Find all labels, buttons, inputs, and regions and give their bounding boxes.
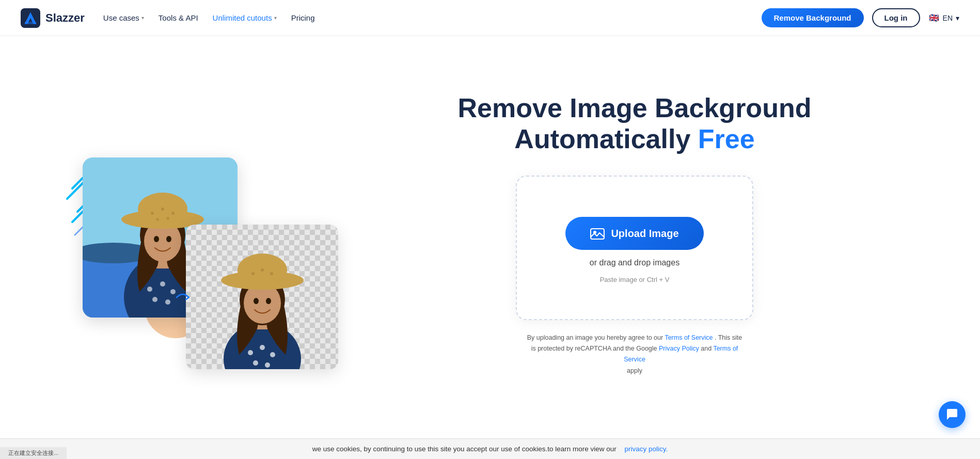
svg-point-27	[171, 212, 175, 215]
svg-point-16	[165, 299, 170, 305]
language-selector[interactable]: 🇬🇧 EN ▾	[928, 12, 959, 24]
lang-code: EN	[943, 14, 953, 22]
nav-tools-api[interactable]: Tools & API	[159, 13, 198, 22]
svg-point-40	[266, 298, 271, 304]
svg-point-31	[248, 350, 253, 355]
svg-point-44	[261, 268, 264, 272]
privacy-policy-link[interactable]: Privacy Policy	[659, 345, 699, 352]
nav-use-cases[interactable]: Use cases ▾	[103, 13, 144, 22]
svg-point-28	[156, 218, 159, 221]
nav-links: Use cases ▾ Tools & API Unlimited cutout…	[103, 13, 315, 22]
logo[interactable]: Slazzer	[21, 8, 85, 28]
flag-icon: 🇬🇧	[928, 12, 940, 24]
nav-unlimited-cutouts[interactable]: Unlimited cutouts ▾	[213, 13, 277, 22]
chevron-down-icon-3: ▾	[956, 14, 959, 22]
svg-point-12	[147, 287, 152, 292]
svg-point-34	[253, 360, 258, 366]
svg-rect-46	[591, 229, 604, 239]
hero-highlight: Free	[698, 124, 755, 154]
chat-button[interactable]	[939, 401, 966, 428]
drag-drop-label: or drag and drop images	[590, 258, 679, 267]
svg-point-25	[151, 212, 154, 215]
hero-demo-images	[41, 101, 299, 369]
svg-rect-2	[25, 22, 37, 24]
nav-right: Remove Background Log in 🇬🇧 EN ▾	[762, 8, 960, 27]
upload-image-icon	[590, 226, 605, 241]
svg-point-26	[161, 208, 164, 211]
svg-point-39	[254, 298, 259, 304]
svg-point-29	[166, 217, 169, 220]
upload-box[interactable]: Upload Image or drag and drop images Pas…	[516, 176, 753, 320]
paste-hint: Paste image or Ctrl + V	[600, 276, 670, 283]
chevron-down-icon-2: ▾	[274, 15, 277, 21]
svg-point-32	[260, 345, 265, 350]
nav-left: Slazzer Use cases ▾ Tools & API Unlimite…	[21, 8, 315, 28]
svg-point-43	[251, 272, 255, 275]
hero-section: Remove Image Background Automatically Fr…	[0, 36, 980, 433]
svg-point-15	[152, 297, 157, 302]
remove-background-button[interactable]: Remove Background	[762, 8, 864, 27]
chevron-down-icon: ▾	[141, 15, 144, 21]
terms-link-1[interactable]: Terms of Service	[665, 334, 713, 341]
svg-point-35	[265, 362, 270, 368]
navbar: Slazzer Use cases ▾ Tools & API Unlimite…	[0, 0, 980, 36]
svg-point-13	[160, 281, 165, 287]
svg-point-45	[270, 272, 273, 275]
arrow-decoration	[175, 289, 191, 309]
svg-point-22	[166, 236, 171, 242]
hero-title: Remove Image Background Automatically Fr…	[458, 93, 812, 155]
brand-name: Slazzer	[45, 11, 85, 25]
chat-icon	[945, 408, 959, 421]
svg-point-21	[154, 236, 159, 242]
processed-photo	[186, 225, 338, 369]
svg-point-33	[270, 352, 275, 357]
upload-button[interactable]: Upload Image	[565, 217, 703, 250]
login-button[interactable]: Log in	[872, 8, 920, 27]
hero-content: Remove Image Background Automatically Fr…	[299, 93, 939, 376]
slazzer-logo-icon	[21, 8, 40, 28]
nav-pricing[interactable]: Pricing	[291, 13, 315, 22]
terms-text: By uploading an image you hereby agree t…	[526, 333, 743, 376]
